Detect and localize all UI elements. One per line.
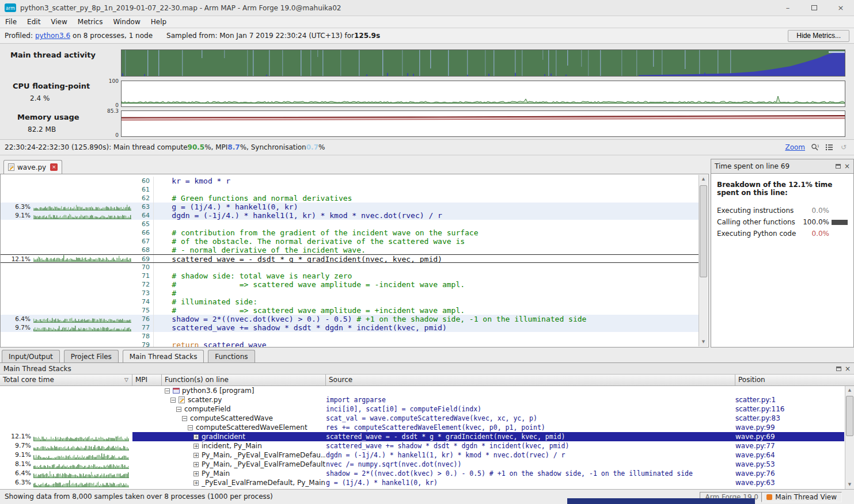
position-cell: wave.py:77 bbox=[735, 441, 844, 450]
line-activity-sparkline bbox=[32, 263, 133, 272]
stack-row-computefield[interactable]: −computeFieldinci[i0], scat[i0] = comput… bbox=[0, 404, 844, 414]
stack-row-incident-py-main[interactable]: 9.7%+incident, Py_Mainscattered_wave += … bbox=[0, 441, 844, 450]
function-name: Py_Main bbox=[202, 469, 230, 478]
close-button[interactable]: × bbox=[828, 0, 854, 16]
float-panel-icon[interactable] bbox=[836, 164, 841, 169]
code-line-77[interactable]: 9.7%77 scattered_wave += shadow * dsdt *… bbox=[1, 323, 699, 332]
code-line-69[interactable]: 12.1%69 scattered_wave = - dsdt * g * gr… bbox=[1, 254, 699, 263]
column-source[interactable]: Source bbox=[326, 375, 735, 385]
column-position[interactable]: Position bbox=[735, 375, 854, 385]
menu-window[interactable]: Window bbox=[108, 17, 145, 27]
profiled-program-link[interactable]: python3.6 bbox=[35, 32, 70, 40]
expand-icon[interactable]: + bbox=[193, 480, 199, 486]
scroll-down-icon[interactable]: ▼ bbox=[845, 480, 854, 489]
expand-icon[interactable]: + bbox=[193, 462, 199, 467]
expand-icon[interactable]: + bbox=[193, 471, 199, 476]
undo-zoom-icon[interactable]: ↺ bbox=[839, 143, 848, 152]
code-line-74[interactable]: 74 # illuminated side: bbox=[1, 297, 699, 306]
zoom-reset-icon[interactable]: 1 bbox=[810, 143, 819, 152]
minimize-button[interactable]: – bbox=[775, 0, 801, 16]
breakdown-row-instructions: Executing instructions 0.0% bbox=[717, 205, 848, 216]
close-panel-icon[interactable]: × bbox=[845, 365, 851, 372]
source-cell: nvec /= numpy.sqrt(nvec.dot(nvec)) bbox=[326, 460, 735, 469]
code-line-78[interactable]: 78 bbox=[1, 332, 699, 341]
expand-icon[interactable]: + bbox=[193, 453, 199, 458]
tab-wave-py[interactable]: wave.py × bbox=[3, 160, 62, 174]
column-total-core-time[interactable]: Total core time▽ bbox=[0, 375, 132, 385]
function-name: _PyEval_EvalFrameDefault, Py_Main bbox=[202, 479, 325, 487]
hide-metrics-button[interactable]: Hide Metrics... bbox=[788, 30, 849, 42]
tab-main-thread-stacks[interactable]: Main Thread Stacks bbox=[123, 350, 204, 362]
close-panel-icon[interactable]: × bbox=[844, 163, 850, 170]
sampled-from-text: Sampled from: Mon Jan 7 2019 22:30:24 (U… bbox=[166, 32, 354, 40]
menu-edit[interactable]: Edit bbox=[22, 17, 45, 27]
stack-row-py-main-pyeval-evalframedefau-[interactable]: 9.1%+Py_Main, _PyEval_EvalFrameDefau...d… bbox=[0, 450, 844, 460]
code-line-79[interactable]: 79 return scattered_wave bbox=[1, 341, 699, 348]
expand-icon[interactable]: + bbox=[193, 444, 199, 449]
cpu-floating-point-chart[interactable] bbox=[121, 81, 845, 107]
stack-row--pyeval-evalframedefault-py-main[interactable]: 6.3%+_PyEval_EvalFrameDefault, Py_Maing … bbox=[0, 478, 844, 487]
stack-row-py-main-pyeval-evalframedefault[interactable]: 8.1%+Py_Main, _PyEval_EvalFrameDefaultnv… bbox=[0, 460, 844, 469]
editor-scroll-thumb[interactable] bbox=[700, 185, 707, 277]
collapse-icon[interactable]: − bbox=[182, 416, 187, 421]
maximize-button[interactable] bbox=[801, 0, 828, 16]
code-line-68[interactable]: 68 # - normal derivative of the incident… bbox=[1, 246, 699, 254]
code-line-71[interactable]: 71 # shadow side: total wave is nearly z… bbox=[1, 272, 699, 280]
title-bar[interactable]: arm python3_scatter_py_8p_1n_2019-01-07_… bbox=[0, 0, 854, 16]
metrics-list-icon[interactable] bbox=[825, 143, 834, 152]
code-line-60[interactable]: 60 kr = kmod * r bbox=[1, 177, 699, 185]
line-time-panel-header: Time spent on line 69 × bbox=[711, 159, 854, 174]
code-line-67[interactable]: 67 # of the obstacle. The normal derivat… bbox=[1, 237, 699, 246]
code-text: dgdn = (-1j/4.) * hankel1(1, kr) * kmod … bbox=[154, 211, 699, 220]
menu-metrics[interactable]: Metrics bbox=[73, 17, 108, 27]
expand-icon[interactable]: + bbox=[193, 434, 199, 440]
line-number: 62 bbox=[133, 194, 154, 203]
stack-row-gradincident[interactable]: 12.1%+gradIncidentscattered_wave = - dsd… bbox=[0, 432, 844, 441]
memory-usage-chart[interactable] bbox=[121, 110, 845, 137]
code-line-61[interactable]: 61 bbox=[1, 185, 699, 194]
collapse-icon[interactable]: − bbox=[188, 425, 193, 430]
code-line-63[interactable]: 6.3%63 g = (1j/4.) * hankel1(0, kr) bbox=[1, 203, 699, 211]
zoom-link[interactable]: Zoom bbox=[785, 143, 805, 151]
menu-help[interactable]: Help bbox=[146, 17, 172, 27]
tab-functions[interactable]: Functions bbox=[208, 350, 255, 362]
stacks-scroll-thumb[interactable] bbox=[846, 396, 853, 436]
code-line-70[interactable]: 70 bbox=[1, 263, 699, 272]
editor-scrollbar[interactable]: ▲ ▼ bbox=[699, 175, 708, 346]
stack-row-py-main[interactable]: 6.4%+Py_Mainshadow = 2*((nvec.dot(kvec) … bbox=[0, 469, 844, 478]
tab-input-output[interactable]: Input/Output bbox=[2, 350, 60, 362]
stack-row-computescatteredwave[interactable]: −computeScatteredWavescat_val = wave.com… bbox=[0, 414, 844, 423]
code-line-66[interactable]: 66 # contribution from the gradient of t… bbox=[1, 228, 699, 237]
code-line-72[interactable]: 72 # => scattered wave amplitude = -inci… bbox=[1, 280, 699, 289]
line-activity-sparkline bbox=[32, 272, 133, 280]
stack-row-scatter-py[interactable]: −scatter.pyimport argparsescatter.py:1 bbox=[0, 395, 844, 404]
code-line-64[interactable]: 9.1%64 dgdn = (-1j/4.) * hankel1(1, kr) … bbox=[1, 211, 699, 220]
code-line-62[interactable]: 62 # Green functions and normal derivati… bbox=[1, 194, 699, 203]
scroll-down-icon[interactable]: ▼ bbox=[699, 338, 708, 346]
stack-row-python3-6-program-[interactable]: −python3.6 [program] bbox=[0, 386, 844, 395]
stacks-scrollbar[interactable]: ▲ ▼ bbox=[845, 386, 854, 489]
code-line-76[interactable]: 6.4%76 shadow = 2*((nvec.dot(kvec) > 0.)… bbox=[1, 315, 699, 323]
column-mpi[interactable]: MPI bbox=[132, 375, 162, 385]
scroll-up-icon[interactable]: ▲ bbox=[699, 175, 708, 184]
float-panel-icon[interactable] bbox=[836, 366, 841, 371]
tab-close-icon[interactable]: × bbox=[50, 163, 58, 171]
core-time-sparkline bbox=[33, 452, 129, 460]
tab-project-files[interactable]: Project Files bbox=[64, 350, 119, 362]
source-cell: scat_val = wave.computeScatteredWave(kve… bbox=[326, 414, 735, 423]
code-line-65[interactable]: 65 bbox=[1, 220, 699, 228]
stack-row-computescatteredwaveelement[interactable]: −computeScatteredWaveElementres += compu… bbox=[0, 423, 844, 432]
column-functions-on-line[interactable]: Function(s) on line bbox=[162, 375, 326, 385]
code-line-73[interactable]: 73 # bbox=[1, 289, 699, 297]
menu-file[interactable]: File bbox=[0, 17, 22, 27]
core-time-sparkline bbox=[33, 480, 129, 487]
collapse-icon[interactable]: − bbox=[170, 398, 176, 403]
collapse-icon[interactable]: − bbox=[165, 388, 170, 394]
main-thread-activity-chart[interactable] bbox=[121, 49, 845, 77]
menu-view[interactable]: View bbox=[45, 17, 72, 27]
scroll-up-icon[interactable]: ▲ bbox=[845, 386, 854, 395]
line-time-percent bbox=[1, 194, 32, 203]
code-line-75[interactable]: 75 # => scattered wave amplitude = +inci… bbox=[1, 306, 699, 315]
view-selector-box[interactable]: Main Thread View bbox=[761, 492, 842, 502]
collapse-icon[interactable]: − bbox=[176, 407, 181, 412]
